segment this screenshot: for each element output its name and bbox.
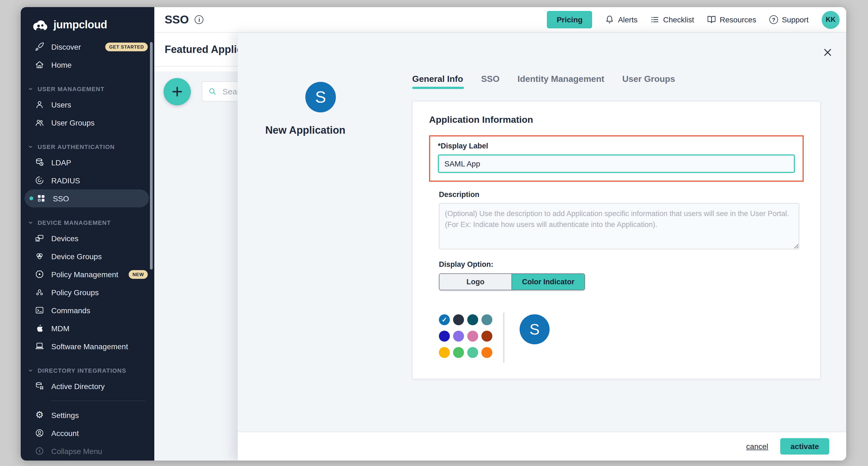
- display-option-label: Display Option:: [439, 260, 804, 268]
- pricing-button[interactable]: Pricing: [547, 11, 592, 28]
- color-swatch-selected[interactable]: ✓: [439, 314, 450, 325]
- sidebar-item-active-directory[interactable]: Active Directory: [21, 377, 154, 395]
- sidebar-item-label: Settings: [51, 411, 79, 419]
- mdm-apple-icon: [35, 324, 44, 333]
- sidebar-item-user-groups[interactable]: User Groups: [21, 114, 154, 132]
- display-label-input[interactable]: [438, 154, 795, 173]
- commands-icon: [35, 305, 44, 315]
- color-palette: ✓: [439, 314, 492, 358]
- sidebar-item-label: Device Groups: [51, 252, 102, 261]
- page-title: SSO: [165, 13, 189, 26]
- home-icon: [35, 60, 44, 69]
- resources-button[interactable]: Resources: [707, 15, 756, 24]
- sso-grid-icon: [36, 194, 46, 203]
- tab-identity-management[interactable]: Identity Management: [518, 74, 604, 89]
- checklist-button[interactable]: Checklist: [650, 15, 694, 24]
- sidebar-item-label: Users: [51, 100, 71, 109]
- checklist-label: Checklist: [663, 15, 694, 24]
- color-swatch[interactable]: [467, 314, 478, 325]
- sidebar-item-label: Discover: [51, 42, 81, 51]
- tab-general-info[interactable]: General Info: [412, 74, 463, 89]
- color-swatch[interactable]: [467, 331, 478, 342]
- color-swatch[interactable]: [482, 331, 492, 342]
- sidebar-item-sso[interactable]: SSO: [25, 190, 149, 207]
- new-application-modal: S New Application General Info SSO Ident…: [238, 33, 846, 461]
- jumpcloud-cloud-icon: [29, 18, 49, 31]
- color-swatch[interactable]: [453, 347, 464, 358]
- sidebar-item-label: Account: [51, 429, 79, 437]
- sidebar-item-policy-groups[interactable]: Policy Groups: [21, 283, 154, 301]
- display-label-highlight: *Display Label: [429, 135, 804, 182]
- sidebar-item-home[interactable]: Home: [21, 56, 154, 74]
- color-swatch[interactable]: [453, 314, 464, 325]
- sidebar-item-account[interactable]: Account: [21, 424, 154, 442]
- application-information-card: Application Information *Display Label D…: [412, 101, 820, 379]
- sidebar-item-label: RADIUS: [51, 176, 80, 185]
- chevron-down-icon: [28, 144, 33, 149]
- sidebar-item-mdm[interactable]: MDM: [21, 319, 154, 337]
- sidebar-section-user-management[interactable]: USER MANAGEMENT: [21, 82, 154, 95]
- sidebar-item-label: Policy Management: [51, 270, 118, 279]
- device-groups-icon: [35, 252, 44, 261]
- sidebar-item-label: SSO: [53, 194, 69, 203]
- sidebar-section-label: DIRECTORY INTEGRATIONS: [38, 367, 126, 374]
- sidebar-item-settings[interactable]: ⚙ Settings: [21, 406, 154, 424]
- sidebar-item-label: Active Directory: [51, 382, 105, 390]
- sidebar-item-label: Collapse Menu: [51, 447, 102, 455]
- description-textarea[interactable]: [439, 203, 799, 250]
- radius-icon: [35, 176, 44, 185]
- sidebar-section-label: USER MANAGEMENT: [38, 86, 104, 92]
- user-groups-icon: [35, 118, 44, 127]
- sidebar-item-commands[interactable]: Commands: [21, 301, 154, 319]
- account-icon: [35, 428, 44, 438]
- sidebar-section-user-authentication[interactable]: USER AUTHENTICATION: [21, 140, 154, 153]
- collapse-menu-icon: [35, 446, 44, 456]
- sidebar-item-ldap[interactable]: LDAP: [21, 153, 154, 171]
- card-title: Application Information: [429, 115, 804, 125]
- sidebar: jumpcloud Discover GET STARTED: [21, 7, 154, 461]
- tab-user-groups[interactable]: User Groups: [622, 74, 675, 89]
- sidebar-item-users[interactable]: Users: [21, 95, 154, 114]
- ldap-database-icon: [35, 158, 44, 167]
- info-icon[interactable]: i: [195, 15, 204, 24]
- app-name: New Application: [245, 124, 365, 137]
- sidebar-item-radius[interactable]: RADIUS: [21, 171, 154, 190]
- color-swatch[interactable]: [439, 331, 450, 342]
- color-swatch[interactable]: [482, 314, 492, 325]
- sidebar-item-label: LDAP: [51, 158, 71, 167]
- activate-button[interactable]: activate: [780, 438, 829, 455]
- display-label-label: *Display Label: [438, 142, 795, 150]
- sidebar-item-devices[interactable]: Devices: [21, 229, 154, 247]
- alerts-button[interactable]: Alerts: [606, 15, 638, 24]
- color-swatch[interactable]: [453, 331, 464, 342]
- tab-sso[interactable]: SSO: [481, 74, 500, 89]
- sidebar-item-device-groups[interactable]: Device Groups: [21, 247, 154, 265]
- sidebar-item-discover[interactable]: Discover GET STARTED: [21, 38, 154, 56]
- color-swatch[interactable]: [482, 347, 492, 358]
- sidebar-item-label: Policy Groups: [51, 288, 99, 297]
- jumpcloud-logo[interactable]: jumpcloud: [29, 18, 154, 31]
- color-swatch[interactable]: [467, 347, 478, 358]
- avatar[interactable]: KK: [822, 11, 840, 29]
- app-window: jumpcloud Discover GET STARTED: [21, 7, 846, 461]
- color-swatch[interactable]: [439, 347, 450, 358]
- cancel-button[interactable]: cancel: [746, 442, 768, 451]
- sidebar-item-policy-management[interactable]: Policy Management NEW: [21, 265, 154, 283]
- sidebar-scrollbar[interactable]: [150, 42, 153, 269]
- support-button[interactable]: ? Support: [769, 15, 809, 24]
- close-icon[interactable]: [822, 47, 833, 58]
- sidebar-item-software-management[interactable]: Software Management: [21, 337, 154, 355]
- chevron-down-icon: [28, 86, 33, 92]
- sidebar-item-label: Software Management: [51, 342, 128, 351]
- add-application-button[interactable]: [163, 78, 191, 105]
- logo-option[interactable]: Logo: [439, 274, 512, 290]
- color-indicator-option[interactable]: Color Indicator: [512, 274, 585, 290]
- color-picker: ✓: [439, 314, 804, 363]
- sidebar-section-directory-integrations[interactable]: DIRECTORY INTEGRATIONS: [21, 364, 154, 377]
- preview-initial: S: [529, 321, 539, 338]
- search-icon: [208, 87, 216, 95]
- sidebar-item-collapse-menu[interactable]: Collapse Menu: [21, 442, 154, 460]
- software-management-icon: [35, 342, 44, 351]
- jumpcloud-logo-text: jumpcloud: [54, 18, 107, 31]
- sidebar-section-device-management[interactable]: DEVICE MANAGEMENT: [21, 216, 154, 229]
